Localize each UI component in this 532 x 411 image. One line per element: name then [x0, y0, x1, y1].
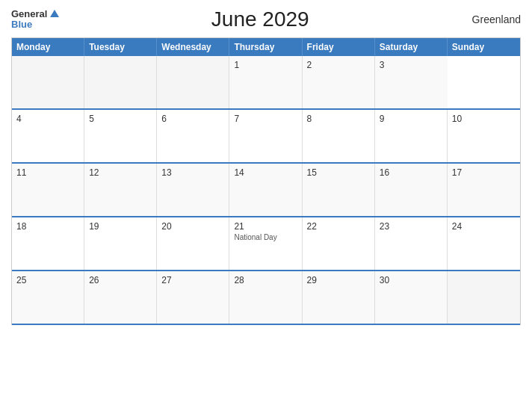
day-cell: 11	[12, 164, 84, 216]
day-number: 22	[307, 221, 370, 232]
day-number: 11	[16, 167, 79, 178]
day-cell: 8	[303, 110, 375, 162]
day-header-monday: Monday	[12, 38, 84, 56]
day-number: 27	[161, 275, 224, 285]
day-header-tuesday: Tuesday	[84, 38, 157, 56]
day-cell: 9	[375, 110, 448, 162]
day-cell	[12, 56, 84, 108]
week-row-2: 45678910	[12, 110, 520, 164]
day-number: 20	[161, 221, 224, 232]
day-cell: 23	[375, 217, 448, 270]
logo: General Blue	[11, 9, 59, 31]
event-label: National Day	[234, 233, 297, 241]
calendar-grid: MondayTuesdayWednesdayThursdayFridaySatu…	[11, 37, 521, 325]
week-row-4: 18192021National Day222324	[12, 217, 520, 271]
day-header-wednesday: Wednesday	[157, 38, 229, 56]
day-cell: 29	[303, 271, 375, 324]
day-cell: 16	[375, 164, 448, 216]
day-cell: 1	[229, 56, 302, 108]
day-number: 3	[380, 60, 443, 70]
day-headers-row: MondayTuesdayWednesdayThursdayFridaySatu…	[12, 38, 520, 56]
day-number: 21	[234, 221, 297, 232]
day-number: 12	[89, 167, 152, 178]
day-cell: 26	[84, 271, 157, 324]
day-cell: 22	[303, 217, 375, 270]
day-number: 14	[234, 167, 297, 178]
day-number: 13	[161, 167, 224, 178]
day-number: 18	[16, 221, 79, 232]
day-number: 15	[307, 167, 370, 178]
day-number: 28	[234, 275, 297, 285]
day-cell: 21National Day	[229, 217, 302, 270]
day-cell: 19	[84, 217, 157, 270]
calendar-container: General Blue June 2029 Greenland MondayT…	[0, 0, 532, 411]
day-cell: 2	[303, 56, 375, 108]
day-number: 6	[161, 114, 224, 124]
day-cell: 4	[12, 110, 84, 162]
logo-triangle-icon	[50, 10, 59, 17]
day-cell: 18	[12, 217, 84, 270]
day-cell: 28	[229, 271, 302, 324]
logo-blue-text: Blue	[11, 19, 32, 30]
day-header-thursday: Thursday	[229, 38, 302, 56]
day-cell: 15	[303, 164, 375, 216]
day-cell	[84, 56, 157, 108]
day-header-saturday: Saturday	[375, 38, 448, 56]
day-number: 5	[89, 114, 152, 124]
day-cell: 10	[448, 110, 520, 162]
day-number: 1	[234, 60, 297, 70]
day-cell: 20	[157, 217, 229, 270]
day-cell: 30	[375, 271, 448, 324]
day-header-sunday: Sunday	[448, 38, 520, 56]
week-row-1: 123	[12, 56, 520, 110]
day-number: 8	[307, 114, 370, 124]
day-number: 2	[307, 60, 370, 70]
day-cell: 27	[157, 271, 229, 324]
day-cell: 25	[12, 271, 84, 324]
day-number: 16	[380, 167, 442, 178]
day-number: 10	[452, 114, 516, 124]
day-cell: 17	[448, 164, 520, 216]
day-cell: 7	[229, 110, 302, 162]
day-cell: 24	[448, 217, 520, 270]
day-cell: 3	[375, 56, 448, 108]
day-cell	[448, 271, 520, 324]
day-header-friday: Friday	[303, 38, 375, 56]
logo-general-text: General	[11, 9, 47, 19]
day-number: 17	[452, 167, 516, 178]
day-number: 4	[16, 114, 79, 124]
day-number: 26	[89, 275, 152, 285]
week-row-3: 11121314151617	[12, 164, 520, 217]
week-row-5: 252627282930	[12, 271, 520, 325]
day-number: 25	[16, 275, 79, 285]
day-number: 29	[307, 275, 370, 285]
day-number: 19	[89, 221, 152, 232]
day-cell: 12	[84, 164, 157, 216]
day-number: 7	[234, 114, 297, 124]
month-title: June 2029	[59, 7, 461, 31]
day-number: 30	[380, 275, 442, 285]
day-cell: 6	[157, 110, 229, 162]
day-number: 9	[380, 114, 442, 124]
calendar-header: General Blue June 2029 Greenland	[11, 7, 521, 31]
country-label: Greenland	[461, 13, 521, 25]
day-number: 24	[452, 221, 516, 232]
day-cell	[157, 56, 229, 108]
day-number: 23	[380, 221, 442, 232]
day-cell: 5	[84, 110, 157, 162]
day-cell: 13	[157, 164, 229, 216]
day-cell: 14	[229, 164, 302, 216]
